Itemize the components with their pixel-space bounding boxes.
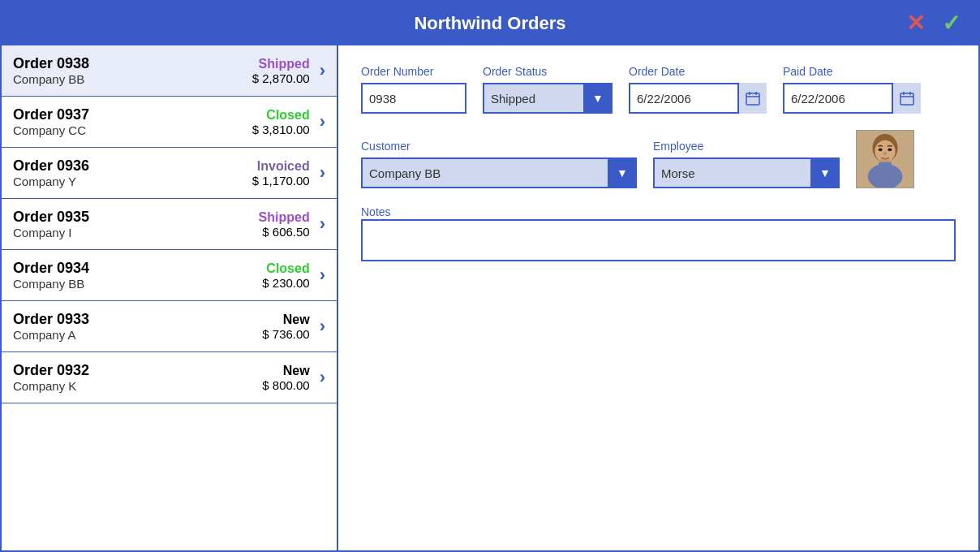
order-amount: $ 800.00 [262, 378, 309, 392]
order-list-item[interactable]: Order 0933 Company A New $ 736.00 › [2, 301, 337, 352]
paid-date-group: Paid Date [783, 65, 921, 114]
order-info: Order 0932 Company K [13, 362, 262, 393]
order-status: New [262, 313, 309, 327]
order-amount: $ 2,870.00 [252, 71, 310, 85]
order-list-item[interactable]: Order 0937 Company CC Closed $ 3,810.00 … [2, 97, 337, 148]
chevron-right-icon: › [320, 162, 325, 183]
order-info: Order 0934 Company BB [13, 260, 262, 291]
order-info: Order 0933 Company A [13, 311, 262, 342]
order-amount: $ 736.00 [262, 327, 309, 341]
order-amount: $ 230.00 [262, 276, 309, 290]
order-right: Shipped $ 2,870.00 [252, 57, 310, 85]
order-id: Order 0932 [13, 362, 262, 379]
order-number-label: Order Number [361, 65, 466, 78]
chevron-right-icon: › [320, 111, 325, 132]
order-status: Invoiced [252, 159, 310, 174]
paid-date-label: Paid Date [783, 65, 921, 78]
chevron-right-icon: › [320, 367, 325, 388]
customer-group: Customer Company A Company BB Company CC… [361, 140, 637, 188]
employee-photo [856, 130, 914, 188]
form-row-1: Order Number Order Status New Invoiced S… [361, 65, 956, 114]
chevron-right-icon: › [320, 60, 325, 81]
order-id: Order 0935 [13, 209, 259, 226]
notes-group: Notes [361, 205, 956, 265]
customer-label: Customer [361, 140, 637, 153]
app-title: Northwind Orders [414, 13, 565, 33]
main-content: Order 0938 Company BB Shipped $ 2,870.00… [2, 45, 978, 550]
order-amount: $ 1,170.00 [252, 174, 310, 188]
order-status: Shipped [259, 210, 310, 225]
order-detail-panel: Order Number Order Status New Invoiced S… [338, 45, 978, 550]
chevron-right-icon: › [320, 213, 325, 235]
order-status-group: Order Status New Invoiced Shipped Closed [483, 65, 612, 114]
order-status: Shipped [252, 57, 310, 71]
chevron-right-icon: › [320, 265, 325, 286]
confirm-button[interactable]: ✓ [936, 9, 965, 38]
order-right: New $ 800.00 [262, 364, 309, 392]
paid-date-calendar-icon[interactable] [892, 83, 921, 114]
order-info: Order 0938 Company BB [13, 55, 252, 86]
order-number-input[interactable] [361, 83, 466, 114]
order-company: Company A [13, 328, 262, 342]
close-button[interactable]: ✕ [900, 9, 930, 38]
order-list-item[interactable]: Order 0935 Company I Shipped $ 606.50 › [2, 199, 337, 250]
svg-rect-0 [746, 93, 759, 105]
order-id: Order 0937 [13, 106, 252, 123]
order-status: Closed [262, 261, 309, 276]
order-status-select-wrapper: New Invoiced Shipped Closed [483, 83, 612, 114]
app-window: Northwind Orders ✕ ✓ Order 0938 Company … [0, 0, 980, 552]
order-id: Order 0938 [13, 55, 252, 72]
order-right: Closed $ 230.00 [262, 261, 309, 290]
order-info: Order 0937 Company CC [13, 106, 252, 137]
order-amount: $ 606.50 [259, 225, 310, 239]
title-bar: Northwind Orders ✕ ✓ [2, 2, 978, 45]
order-list-item[interactable]: Order 0932 Company K New $ 800.00 › [2, 352, 337, 403]
order-company: Company K [13, 379, 262, 393]
order-date-label: Order Date [629, 65, 767, 78]
order-right: Closed $ 3,810.00 [252, 108, 310, 136]
order-info: Order 0936 Company Y [13, 157, 252, 188]
order-list-panel: Order 0938 Company BB Shipped $ 2,870.00… [2, 45, 338, 550]
customer-select[interactable]: Company A Company BB Company CC Company … [361, 157, 637, 188]
order-list-item[interactable]: Order 0938 Company BB Shipped $ 2,870.00… [2, 45, 337, 97]
order-status: Closed [252, 108, 310, 123]
order-company: Company Y [13, 175, 252, 188]
notes-label: Notes [361, 205, 391, 218]
order-company: Company BB [13, 72, 252, 86]
order-company: Company I [13, 226, 259, 239]
notes-input[interactable] [361, 219, 956, 261]
order-id: Order 0934 [13, 260, 262, 277]
order-status-select[interactable]: New Invoiced Shipped Closed [483, 83, 612, 114]
order-id: Order 0936 [13, 157, 252, 175]
order-number-group: Order Number [361, 65, 466, 114]
order-right: Invoiced $ 1,170.00 [252, 159, 310, 188]
order-info: Order 0935 Company I [13, 209, 259, 239]
form-row-2: Customer Company A Company BB Company CC… [361, 130, 956, 188]
svg-point-15 [888, 148, 892, 151]
order-status-label: Order Status [483, 65, 612, 78]
employee-select-wrapper: Morse Smith [653, 157, 840, 188]
svg-rect-13 [879, 162, 892, 174]
svg-point-14 [879, 148, 883, 151]
paid-date-wrapper [783, 83, 921, 114]
order-right: Shipped $ 606.50 [259, 210, 310, 239]
order-date-calendar-icon[interactable] [737, 83, 767, 114]
employee-group: Employee Morse Smith [653, 140, 840, 188]
svg-rect-4 [900, 93, 913, 105]
order-right: New $ 736.00 [262, 313, 309, 341]
customer-select-wrapper: Company A Company BB Company CC Company … [361, 157, 637, 188]
order-date-group: Order Date [629, 65, 767, 114]
order-company: Company CC [13, 123, 252, 137]
order-company: Company BB [13, 277, 262, 291]
order-status: New [262, 364, 309, 378]
employee-label: Employee [653, 140, 840, 153]
order-date-wrapper [629, 83, 767, 114]
order-id: Order 0933 [13, 311, 262, 328]
order-amount: $ 3,810.00 [252, 123, 310, 136]
chevron-right-icon: › [320, 316, 325, 337]
employee-select[interactable]: Morse Smith [653, 157, 840, 188]
order-list-item[interactable]: Order 0936 Company Y Invoiced $ 1,170.00… [2, 148, 337, 199]
order-list-item[interactable]: Order 0934 Company BB Closed $ 230.00 › [2, 250, 337, 301]
title-bar-buttons: ✕ ✓ [900, 9, 965, 38]
